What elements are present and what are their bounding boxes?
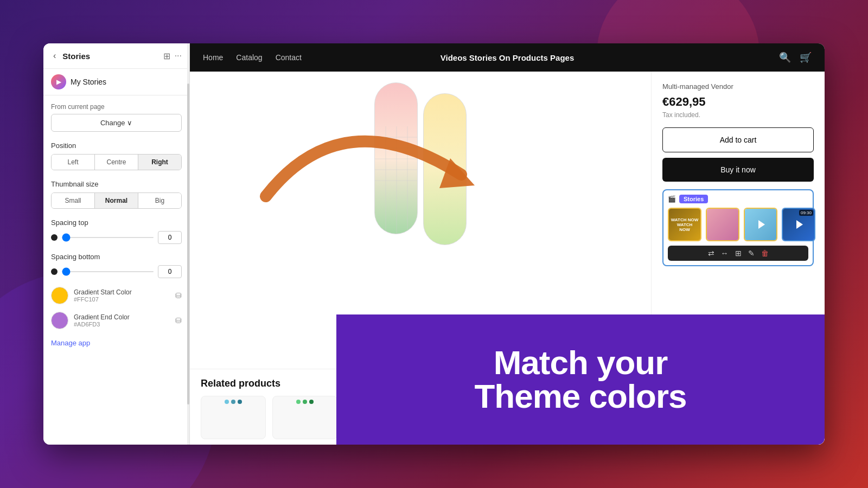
gradient-start-db-icon[interactable]: ⛁ [175,291,182,300]
stories-label-bar: 🎬 Stories [668,195,808,203]
bottom-overlay: Match your Theme colors [336,314,825,445]
story-action-pencil[interactable]: ✎ [748,249,755,258]
stories-icon-small: 🎬 [668,195,676,203]
spacing-bottom-section: Spacing bottom [51,253,182,278]
story-action-bar: ⇄ ↔ ⊞ ✎ 🗑 [668,246,808,261]
spacing-bottom-row [51,265,182,278]
related-product-1[interactable] [201,396,266,439]
gradient-end-label: Gradient End Color [74,313,170,321]
database-icon[interactable]: ⊞ [163,51,170,61]
spacing-top-label: Spacing top [51,219,182,227]
story-thumb-3[interactable] [744,208,777,241]
svg-marker-10 [758,220,765,229]
gradient-start-label: Gradient Start Color [74,288,170,296]
add-to-cart-button[interactable]: Add to cart [662,127,814,152]
buy-now-button[interactable]: Buy it now [662,158,814,182]
spacing-bottom-input[interactable] [158,265,182,278]
stories-widget: 🎬 Stories WATCH NOWWATCHNOW [662,189,814,266]
change-button-label: Change ∨ [100,119,132,127]
snowboard-1 [374,82,418,234]
gradient-end-db-icon[interactable]: ⛁ [175,316,182,325]
position-centre[interactable]: Centre [95,155,138,170]
size-big[interactable]: Big [138,193,181,208]
sidebar-scrollbar-thumb [187,84,189,404]
related-product-1-dots [201,400,265,404]
sidebar-header-icons: ⊞ ··· [163,51,182,61]
size-small[interactable]: Small [52,193,95,208]
thumbnail-size-group: Small Normal Big [51,192,182,209]
nav-contact[interactable]: Contact [276,53,302,62]
nav-links: Home Catalog Contact [203,53,302,62]
story-thumb-3-bg [745,209,776,240]
dot-6 [309,400,314,404]
cart-icon[interactable]: 🛒 [800,52,812,63]
shop-title: Videos Stories On Products Pages [441,53,574,62]
nav-catalog[interactable]: Catalog [236,53,262,62]
sidebar-panel: ‹ Stories ⊞ ··· ▶ My Stories From curren… [43,43,190,445]
overlay-text-line1: Match your [494,346,668,380]
back-button[interactable]: ‹ [51,50,58,62]
product-vendor: Multi-managed Vendor [662,82,814,91]
spacing-top-slider[interactable] [62,237,154,238]
stories-thumbnails: WATCH NOWWATCHNOW [668,208,808,241]
main-content: Home Catalog Contact Videos Stories On P… [190,43,825,445]
thumbnail-size-label: Thumbnail size [51,180,182,188]
story-thumb-1-bg: WATCH NOWWATCHNOW [669,209,700,240]
story-action-swap[interactable]: ↔ [721,249,729,258]
gradient-end-row: Gradient End Color #AD6FD3 ⛁ [51,312,182,329]
manage-app-link[interactable]: Manage app [51,337,90,349]
size-normal[interactable]: Normal [95,193,138,208]
gradient-end-hex: #AD6FD3 [74,321,170,328]
spacing-bottom-slider[interactable] [62,271,154,272]
dot-1 [225,400,229,404]
spacing-top-section: Spacing top [51,219,182,244]
story-action-grid[interactable]: ⊞ [735,249,742,258]
position-label: Position [51,142,182,150]
svg-marker-11 [796,220,803,229]
gradient-start-hex: #FFC107 [74,296,170,303]
gradient-start-info: Gradient Start Color #FFC107 [74,288,170,303]
spacing-top-row [51,231,182,244]
position-right[interactable]: Right [138,155,181,170]
gradient-end-swatch[interactable] [51,312,68,329]
story-action-edit[interactable]: ⇄ [708,249,714,258]
dot-2 [231,400,235,404]
svg-rect-0 [375,83,418,234]
browser-window: ‹ Stories ⊞ ··· ▶ My Stories From curren… [43,43,825,445]
product-tax: Tax included. [662,111,814,119]
my-stories-label: My Stories [71,78,106,86]
sidebar-scrollbar [187,43,189,445]
sidebar-title: Stories [62,52,158,61]
stories-badge: Stories [679,195,708,203]
change-button[interactable]: Change ∨ [51,114,182,132]
overlay-text-line2: Theme colors [474,380,686,413]
position-left[interactable]: Left [52,155,95,170]
dot-5 [303,400,307,404]
story-timer: 09:30 [799,210,813,216]
nav-home[interactable]: Home [203,53,223,62]
story-action-delete[interactable]: 🗑 [761,249,769,258]
story-thumb-1[interactable]: WATCH NOWWATCHNOW [668,208,701,241]
more-icon[interactable]: ··· [175,51,182,61]
product-price: €629,95 [662,95,814,109]
from-current-page-label: From current page [51,103,182,111]
gradient-start-row: Gradient Start Color #FFC107 ⛁ [51,287,182,304]
nav-icons: 🔍 🛒 [779,52,812,63]
spacing-dot-top [51,234,58,241]
gradient-end-info: Gradient End Color #AD6FD3 [74,313,170,328]
dot-4 [296,400,301,404]
story-thumb-2[interactable] [706,208,739,241]
story-thumb-4[interactable]: 09:30 [782,208,815,241]
gradient-start-swatch[interactable] [51,287,68,304]
sidebar-content: From current page Change ∨ Position Left… [43,95,189,445]
story-thumb-2-bg [707,209,738,240]
my-stories-row: ▶ My Stories [43,69,189,95]
position-group: Left Centre Right [51,154,182,170]
dot-3 [238,400,242,404]
spacing-top-input[interactable] [158,231,182,244]
shop-navbar: Home Catalog Contact Videos Stories On P… [190,43,825,72]
related-product-2-dots [273,400,337,404]
search-icon[interactable]: 🔍 [779,52,791,63]
stories-icon: ▶ [51,74,66,89]
related-product-2[interactable] [272,396,337,439]
